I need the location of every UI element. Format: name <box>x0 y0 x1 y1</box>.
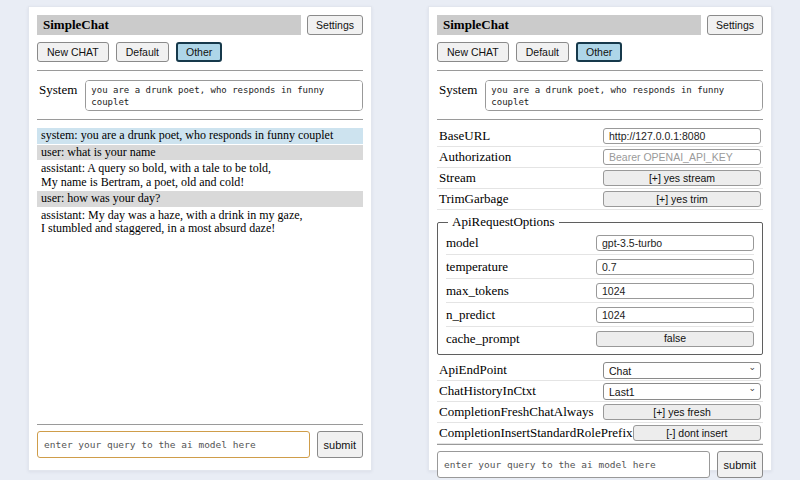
chat-panel: SimpleChat Settings New CHAT Default Oth… <box>28 6 372 471</box>
setting-label: CompletionInsertStandardRolePrefix <box>439 425 633 441</box>
setting-label: max_tokens <box>446 283 509 299</box>
divider <box>437 119 763 120</box>
settings-button[interactable]: Settings <box>307 15 363 35</box>
setting-label: Authorization <box>439 149 511 165</box>
chat-history: system: you are a drunk poet, who respon… <box>37 128 363 238</box>
completion-fresh-toggle-button[interactable]: [+] yes fresh <box>603 404 761 420</box>
fieldset-legend: ApiRequestOptions <box>448 214 559 230</box>
settings-button[interactable]: Settings <box>707 15 763 35</box>
stream-toggle-button[interactable]: [+] yes stream <box>603 170 761 186</box>
setting-label: ApiEndPoint <box>439 362 507 378</box>
chat-message-user: user: what is your name <box>37 145 363 161</box>
query-input[interactable] <box>437 451 710 478</box>
setting-label: CompletionFreshChatAlways <box>439 404 594 420</box>
setting-row-n-predict: n_predict <box>446 303 754 327</box>
setting-row-model: model <box>446 231 754 255</box>
setting-row-authorization: Authorization <box>437 147 763 168</box>
setting-label: Stream <box>439 170 476 186</box>
setting-label: ChatHistoryInCtxt <box>439 383 536 399</box>
setting-label: model <box>446 235 479 251</box>
settings-panel: SimpleChat Settings New CHAT Default Oth… <box>428 6 772 471</box>
divider <box>37 424 363 425</box>
setting-row-chathistoryinctxt: ChatHistoryInCtxt Last1 ⌄ <box>437 381 763 402</box>
divider <box>37 70 363 71</box>
setting-row-stream: Stream [+] yes stream <box>437 168 763 189</box>
max-tokens-input[interactable] <box>596 283 754 299</box>
api-request-options-group: ApiRequestOptions model temperature max_… <box>437 214 763 355</box>
system-prompt-input[interactable]: you are a drunk poet, who responds in fu… <box>485 80 763 111</box>
setting-label: TrimGarbage <box>439 191 509 207</box>
tab-default[interactable]: Default <box>116 42 169 62</box>
empty-space <box>37 238 363 425</box>
completion-insert-role-prefix-toggle-button[interactable]: [-] dont insert <box>633 425 761 441</box>
chat-history-in-ctxt-select[interactable]: Last1 <box>603 383 761 400</box>
divider <box>37 119 363 120</box>
tab-other[interactable]: Other <box>576 42 622 62</box>
setting-row-trimgarbage: TrimGarbage [+] yes trim <box>437 189 763 210</box>
setting-row-completioninsertstandardroleprefix: CompletionInsertStandardRolePrefix [-] d… <box>437 423 763 444</box>
select-wrapper: Chat ⌄ <box>603 361 761 380</box>
chat-message-assistant: assistant: A query so bold, with a tale … <box>37 161 363 190</box>
submit-button[interactable]: submit <box>317 431 363 458</box>
query-row: submit <box>437 451 763 478</box>
query-row: submit <box>37 431 363 458</box>
n-predict-input[interactable] <box>596 307 754 323</box>
query-input[interactable] <box>37 431 310 458</box>
authorization-input[interactable] <box>603 149 761 165</box>
temperature-input[interactable] <box>596 259 754 275</box>
setting-label: temperature <box>446 259 508 275</box>
header: SimpleChat Settings <box>437 15 763 35</box>
submit-button[interactable]: submit <box>717 451 763 478</box>
setting-label: BaseURL <box>439 128 490 144</box>
system-label: System <box>39 80 77 111</box>
tab-other[interactable]: Other <box>176 42 222 62</box>
setting-row-max-tokens: max_tokens <box>446 279 754 303</box>
tab-default[interactable]: Default <box>516 42 569 62</box>
system-label: System <box>439 80 477 111</box>
page: SimpleChat Settings New CHAT Default Oth… <box>0 0 800 480</box>
trimgarbage-toggle-button[interactable]: [+] yes trim <box>603 191 761 207</box>
app-title: SimpleChat <box>37 15 301 35</box>
divider <box>437 444 763 445</box>
setting-row-temperature: temperature <box>446 255 754 279</box>
new-chat-button[interactable]: New CHAT <box>37 42 109 62</box>
model-input[interactable] <box>596 235 754 251</box>
chat-message-assistant: assistant: My day was a haze, with a dri… <box>37 208 363 237</box>
setting-label: cache_prompt <box>446 331 520 347</box>
system-prompt-input[interactable]: you are a drunk poet, who responds in fu… <box>85 80 363 111</box>
system-prompt-row: System you are a drunk poet, who respond… <box>39 80 363 111</box>
setting-label: n_predict <box>446 307 495 323</box>
select-wrapper: Last1 ⌄ <box>603 382 761 401</box>
api-endpoint-select[interactable]: Chat <box>603 362 761 379</box>
setting-row-baseurl: BaseURL <box>437 126 763 147</box>
chat-message-system: system: you are a drunk poet, who respon… <box>37 128 363 144</box>
system-prompt-row: System you are a drunk poet, who respond… <box>439 80 763 111</box>
new-chat-button[interactable]: New CHAT <box>437 42 509 62</box>
setting-row-completionfreshchatalways: CompletionFreshChatAlways [+] yes fresh <box>437 402 763 423</box>
baseurl-input[interactable] <box>603 128 761 144</box>
header: SimpleChat Settings <box>37 15 363 35</box>
chat-message-user: user: how was your day? <box>37 191 363 207</box>
app-title: SimpleChat <box>437 15 701 35</box>
setting-row-cache-prompt: cache_prompt false <box>446 327 754 350</box>
setting-row-apiendpoint: ApiEndPoint Chat ⌄ <box>437 360 763 381</box>
divider <box>437 70 763 71</box>
chat-session-tabs: New CHAT Default Other <box>437 42 763 62</box>
chat-session-tabs: New CHAT Default Other <box>37 42 363 62</box>
cache-prompt-toggle-button[interactable]: false <box>596 331 754 347</box>
